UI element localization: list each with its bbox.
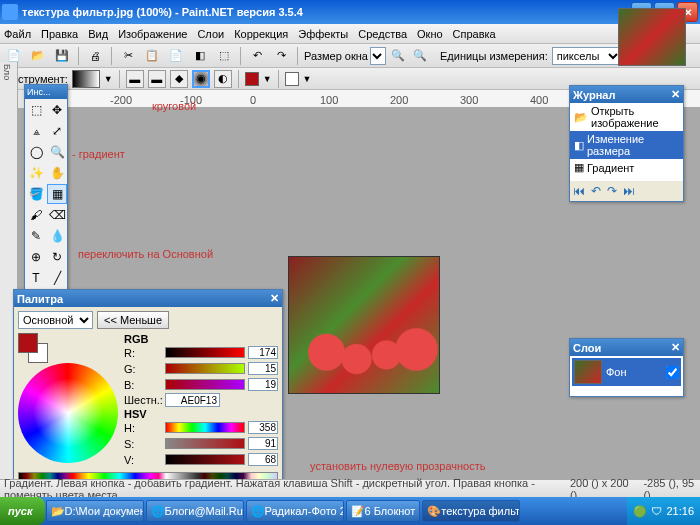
layer-visible-checkbox[interactable] bbox=[666, 366, 679, 379]
palette-close-icon[interactable]: ✕ bbox=[270, 292, 279, 305]
menu-adjust[interactable]: Коррекция bbox=[234, 28, 288, 40]
layers-close-icon[interactable]: ✕ bbox=[671, 341, 680, 354]
start-button[interactable]: пуск bbox=[0, 497, 45, 525]
slider-b[interactable] bbox=[165, 379, 245, 390]
menu-tools[interactable]: Средства bbox=[358, 28, 407, 40]
history-redo-icon[interactable]: ↷ bbox=[607, 184, 617, 198]
input-r[interactable] bbox=[248, 346, 278, 359]
tool-bucket[interactable]: 🪣 bbox=[26, 184, 46, 204]
tool-move[interactable]: ✥ bbox=[47, 100, 67, 120]
palette-title[interactable]: Палитра bbox=[17, 293, 63, 305]
input-g[interactable] bbox=[248, 362, 278, 375]
history-item[interactable]: 📂Открыть изображение bbox=[570, 103, 683, 131]
history-item[interactable]: ▦Градиент bbox=[570, 159, 683, 176]
annotation-opacity: установить нулевую прозрачность bbox=[310, 460, 486, 472]
tool-zoom[interactable]: 🔍 bbox=[47, 142, 67, 162]
slider-v[interactable] bbox=[165, 454, 245, 465]
input-h[interactable] bbox=[248, 421, 278, 434]
menu-image[interactable]: Изображение bbox=[118, 28, 187, 40]
tray-icon[interactable]: 🟢 bbox=[633, 505, 647, 518]
zoom-out-icon[interactable]: 🔍 bbox=[410, 46, 430, 66]
paste-icon[interactable]: 📄 bbox=[166, 46, 186, 66]
history-item[interactable]: ◧Изменение размера bbox=[570, 131, 683, 159]
tool-text[interactable]: T bbox=[26, 268, 46, 288]
cut-icon[interactable]: ✂ bbox=[118, 46, 138, 66]
gradient-linear2-icon[interactable]: ▬ bbox=[148, 70, 166, 88]
gradient-radial-icon[interactable]: ◉ bbox=[192, 70, 210, 88]
color-swatch-2[interactable] bbox=[285, 72, 299, 86]
gradient-diamond-icon[interactable]: ◆ bbox=[170, 70, 188, 88]
status-bar: Градиент. Левая кнопка - добавить градие… bbox=[0, 479, 700, 497]
task-item[interactable]: 🌐Блоги@Mail.Ru: Но... bbox=[146, 500, 244, 522]
input-hex[interactable] bbox=[165, 393, 220, 407]
task-item[interactable]: 🌐Радикал-Фото 2.6 ... bbox=[246, 500, 344, 522]
input-v[interactable] bbox=[248, 453, 278, 466]
color-wheel[interactable] bbox=[18, 363, 118, 463]
redo-icon[interactable]: ↷ bbox=[271, 46, 291, 66]
zoom-label: Размер окна bbox=[304, 50, 368, 62]
tool-move-sel[interactable]: ⤢ bbox=[47, 121, 67, 141]
input-b[interactable] bbox=[248, 378, 278, 391]
color-swatch-1[interactable] bbox=[245, 72, 259, 86]
zoom-select[interactable] bbox=[370, 47, 386, 65]
save-icon[interactable]: 💾 bbox=[52, 46, 72, 66]
layers-title[interactable]: Слои bbox=[573, 342, 601, 354]
task-item[interactable]: 📝6 Блокнот bbox=[346, 500, 421, 522]
window-title: текстура фильтр.jpg (100%) - Paint.NET в… bbox=[22, 6, 631, 18]
tool-lasso[interactable]: ⟁ bbox=[26, 121, 46, 141]
document-thumbnail[interactable] bbox=[618, 8, 686, 66]
tool-wand[interactable]: ✨ bbox=[26, 163, 46, 183]
crop-icon[interactable]: ◧ bbox=[190, 46, 210, 66]
canvas-image[interactable] bbox=[288, 256, 440, 394]
system-tray[interactable]: 🟢 🛡 21:16 bbox=[627, 497, 700, 525]
tools-panel-title[interactable]: Инс... bbox=[25, 85, 67, 99]
tool-line[interactable]: ╱ bbox=[47, 268, 67, 288]
print-icon[interactable]: 🖨 bbox=[85, 46, 105, 66]
history-undo-icon[interactable]: ↶ bbox=[591, 184, 601, 198]
tool-pan[interactable]: ✋ bbox=[47, 163, 67, 183]
tool-brush[interactable]: 🖌 bbox=[26, 205, 46, 225]
menu-window[interactable]: Окно bbox=[417, 28, 443, 40]
tool-rect-select[interactable]: ⬚ bbox=[26, 100, 46, 120]
menu-file[interactable]: Файл bbox=[4, 28, 31, 40]
tool-pencil[interactable]: ✎ bbox=[26, 226, 46, 246]
slider-r[interactable] bbox=[165, 347, 245, 358]
slider-s[interactable] bbox=[165, 438, 245, 449]
task-item[interactable]: 📂D:\Мои документы\... bbox=[46, 500, 144, 522]
task-item-active[interactable]: 🎨текстура фильтр.j... bbox=[422, 500, 520, 522]
menu-effects[interactable]: Эффекты bbox=[298, 28, 348, 40]
tool-recolor[interactable]: ↻ bbox=[47, 247, 67, 267]
primary-color-swatch[interactable] bbox=[18, 333, 38, 353]
menu-help[interactable]: Справка bbox=[453, 28, 496, 40]
tool-gradient[interactable]: ▦ bbox=[47, 184, 67, 204]
history-title[interactable]: Журнал bbox=[573, 89, 615, 101]
history-last-icon[interactable]: ⏭ bbox=[623, 184, 635, 198]
gradient-conical-icon[interactable]: ◐ bbox=[214, 70, 232, 88]
tool-eraser[interactable]: ⌫ bbox=[47, 205, 67, 225]
input-s[interactable] bbox=[248, 437, 278, 450]
deselect-icon[interactable]: ⬚ bbox=[214, 46, 234, 66]
layers-panel: Слои✕ Фон bbox=[569, 338, 684, 397]
gradient-preview[interactable] bbox=[72, 70, 100, 88]
tool-clone[interactable]: ⊕ bbox=[26, 247, 46, 267]
palette-less-button[interactable]: << Меньше bbox=[97, 311, 169, 329]
gradient-linear-icon[interactable]: ▬ bbox=[126, 70, 144, 88]
zoom-in-icon[interactable]: 🔍 bbox=[388, 46, 408, 66]
slider-h[interactable] bbox=[165, 422, 245, 433]
units-select[interactable]: пикселы bbox=[552, 47, 622, 65]
open-icon[interactable]: 📂 bbox=[28, 46, 48, 66]
menu-edit[interactable]: Правка bbox=[41, 28, 78, 40]
tool-ellipse-sel[interactable]: ◯ bbox=[26, 142, 46, 162]
tool-picker[interactable]: 💧 bbox=[47, 226, 67, 246]
menu-layers[interactable]: Слои bbox=[197, 28, 224, 40]
palette-mode-select[interactable]: Основной bbox=[18, 311, 93, 329]
history-close-icon[interactable]: ✕ bbox=[671, 88, 680, 101]
menu-view[interactable]: Вид bbox=[88, 28, 108, 40]
layer-item[interactable]: Фон bbox=[572, 358, 681, 386]
tray-icon[interactable]: 🛡 bbox=[651, 505, 662, 517]
slider-g[interactable] bbox=[165, 363, 245, 374]
history-first-icon[interactable]: ⏮ bbox=[573, 184, 585, 198]
undo-icon[interactable]: ↶ bbox=[247, 46, 267, 66]
copy-icon[interactable]: 📋 bbox=[142, 46, 162, 66]
taskbar: пуск 📂D:\Мои документы\... 🌐Блоги@Mail.R… bbox=[0, 497, 700, 525]
